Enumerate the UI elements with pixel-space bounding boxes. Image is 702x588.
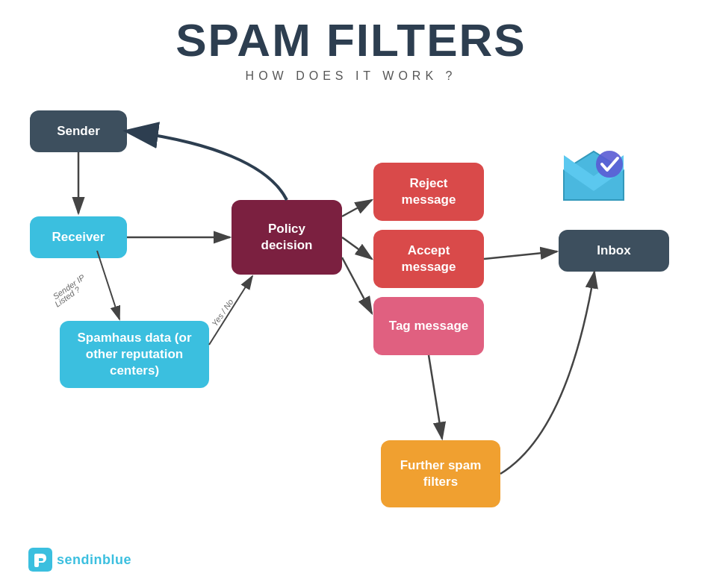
sendinblue-logo-icon <box>28 548 52 572</box>
reject-node: Reject message <box>373 163 484 221</box>
arrows-diagram: Sender IP Listed ? Yes / No <box>0 0 702 588</box>
tag-node: Tag message <box>373 297 484 355</box>
logo-text: sendinblue <box>57 552 131 568</box>
svg-text:Yes / No: Yes / No <box>210 297 235 328</box>
receiver-node: Receiver <box>30 216 127 258</box>
further-spam-node: Further spam filters <box>381 440 500 507</box>
page-subtitle: HOW DOES IT WORK ? <box>0 69 702 83</box>
svg-point-2 <box>596 151 623 178</box>
policy-node: Policy decision <box>232 200 342 275</box>
sender-node: Sender <box>30 110 127 152</box>
main-container: SPAM FILTERS HOW DOES IT WORK ? Sender R… <box>0 0 702 588</box>
svg-line-12 <box>342 200 372 216</box>
page-title: SPAM FILTERS <box>0 0 702 66</box>
svg-line-15 <box>484 251 557 259</box>
svg-text:Sender IP: Sender IP <box>52 272 87 301</box>
accept-node: Accept message <box>373 230 484 288</box>
spamhaus-node: Spamhaus data (or other reputation cente… <box>60 321 209 388</box>
svg-line-13 <box>342 237 372 259</box>
svg-line-9 <box>209 276 252 345</box>
logo: sendinblue <box>28 548 131 572</box>
svg-line-14 <box>342 257 372 313</box>
svg-text:Listed ?: Listed ? <box>53 284 82 308</box>
svg-line-16 <box>429 355 442 439</box>
svg-line-6 <box>97 251 119 319</box>
inbox-node: Inbox <box>559 230 669 272</box>
mail-icon <box>560 148 627 204</box>
